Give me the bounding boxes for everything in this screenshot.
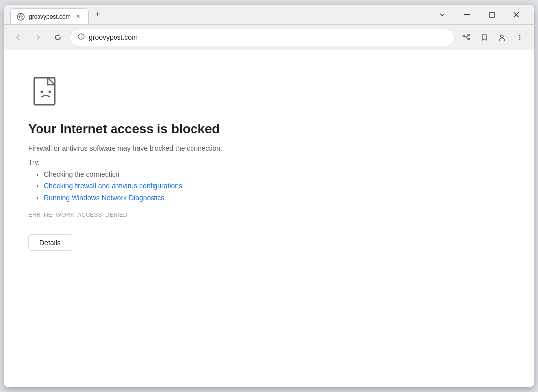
titlebar: groovypost.com ✕ + xyxy=(4,5,534,25)
tab-close-button[interactable]: ✕ xyxy=(75,13,82,21)
error-container: Your Internet access is blocked Firewall… xyxy=(28,74,374,251)
back-button[interactable] xyxy=(10,30,26,45)
error-suggestions-list: Checking the connection Checking firewal… xyxy=(28,170,374,202)
browser-content: Your Internet access is blocked Firewall… xyxy=(4,50,534,387)
svg-point-14 xyxy=(49,91,51,93)
menu-button[interactable] xyxy=(512,30,528,45)
tab-area: groovypost.com ✕ + xyxy=(10,5,431,24)
chevron-button[interactable] xyxy=(431,7,454,23)
forward-button[interactable] xyxy=(30,30,46,45)
browser-window: groovypost.com ✕ + xyxy=(4,5,534,387)
navbar: i groovypost.com xyxy=(4,25,534,50)
new-tab-button[interactable]: + xyxy=(91,8,105,22)
suggestion-3[interactable]: Running Windows Network Diagnostics xyxy=(44,194,374,202)
blocked-icon xyxy=(28,74,64,109)
maximize-button[interactable] xyxy=(480,7,503,23)
svg-text:i: i xyxy=(81,35,82,39)
firewall-config-link[interactable]: Checking firewall and antivirus configur… xyxy=(44,182,182,190)
suggestion-1: Checking the connection xyxy=(44,170,374,178)
suggestion-2[interactable]: Checking firewall and antivirus configur… xyxy=(44,182,374,190)
svg-point-10 xyxy=(519,36,521,38)
address-text: groovypost.com xyxy=(89,34,446,41)
svg-point-11 xyxy=(519,39,521,40)
svg-point-9 xyxy=(519,34,521,36)
reload-button[interactable] xyxy=(50,30,66,45)
close-button[interactable] xyxy=(505,7,528,23)
svg-point-13 xyxy=(41,91,43,93)
suggestion-1-text: Checking the connection xyxy=(44,170,119,178)
error-title: Your Internet access is blocked xyxy=(28,121,374,137)
windows-diagnostics-link[interactable]: Running Windows Network Diagnostics xyxy=(44,194,164,202)
address-bar[interactable]: i groovypost.com xyxy=(70,29,455,46)
svg-point-8 xyxy=(500,35,503,37)
active-tab[interactable]: groovypost.com ✕ xyxy=(10,8,89,24)
bookmark-button[interactable] xyxy=(476,30,492,45)
tab-title: groovypost.com xyxy=(29,13,71,20)
svg-rect-1 xyxy=(464,14,470,15)
details-button[interactable]: Details xyxy=(28,234,72,251)
address-security-icon: i xyxy=(78,33,85,41)
svg-rect-2 xyxy=(489,12,494,17)
profile-button[interactable] xyxy=(494,30,510,45)
svg-rect-6 xyxy=(468,34,470,36)
error-try-label: Try: xyxy=(28,158,374,166)
minimize-button[interactable] xyxy=(456,7,478,23)
error-code: ERR_NETWORK_ACCESS_DENIED xyxy=(28,212,374,218)
nav-actions xyxy=(459,30,528,45)
share-button[interactable] xyxy=(459,30,474,45)
error-subtitle: Firewall or antivirus software may have … xyxy=(28,144,374,152)
tab-favicon xyxy=(17,13,25,21)
window-controls xyxy=(431,7,528,23)
